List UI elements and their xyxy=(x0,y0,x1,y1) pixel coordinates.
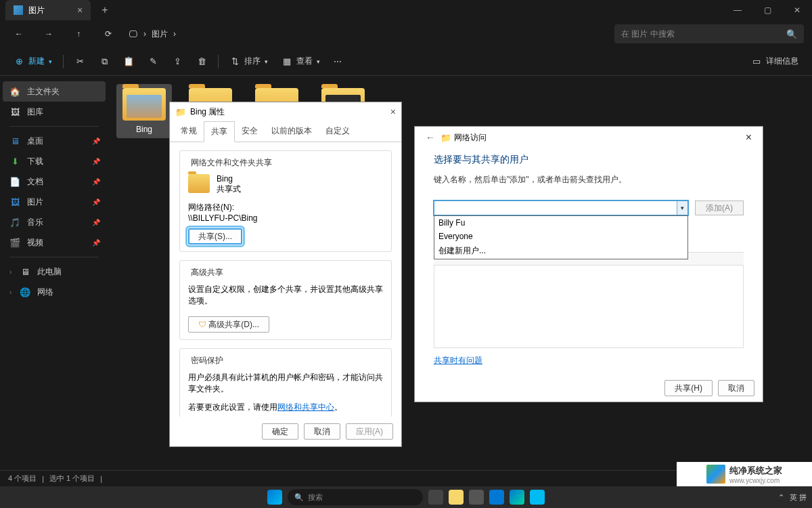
monitor-icon: 🖵 xyxy=(127,28,138,39)
sidebar-item-documents[interactable]: 📄文档📌 xyxy=(3,171,106,192)
network-center-link[interactable]: 网络和共享中心 xyxy=(277,402,334,412)
system-tray[interactable]: ⌃ 英 拼 xyxy=(778,492,807,503)
share-heading: 选择要与其共享的用户 xyxy=(434,154,744,166)
close-tab-icon[interactable]: × xyxy=(77,5,83,16)
sidebar-item-music[interactable]: 🎵音乐📌 xyxy=(3,212,106,232)
back-button[interactable]: ← xyxy=(420,132,441,143)
chevron-down-icon: ▾ xyxy=(265,58,268,65)
chevron-up-icon[interactable]: ⌃ xyxy=(778,493,784,502)
share-list xyxy=(434,266,744,348)
cancel-button[interactable]: 取消 xyxy=(304,423,340,440)
minimize-button[interactable]: — xyxy=(723,0,752,20)
maximize-button[interactable]: ▢ xyxy=(752,0,782,20)
up-button[interactable]: ↑ xyxy=(68,23,89,45)
sidebar-item-desktop[interactable]: 🖥桌面📌 xyxy=(3,131,106,151)
sidebar: 🏠主文件夹 🖼图库 🖥桌面📌 ⬇下载📌 📄文档📌 🖼图片📌 🎵音乐📌 🎬视频📌 … xyxy=(0,76,108,470)
delete-button[interactable]: 🗑 xyxy=(191,51,212,72)
sidebar-item-downloads[interactable]: ⬇下载📌 xyxy=(3,151,106,171)
details-button[interactable]: ▭ 详细信息 xyxy=(746,51,804,72)
section-text: 若要更改此设置，请使用网络和共享中心。 xyxy=(188,402,383,413)
back-button[interactable]: ← xyxy=(8,23,30,45)
cut-button[interactable]: ✂ xyxy=(69,51,91,72)
tab-custom[interactable]: 自定义 xyxy=(319,121,357,142)
rename-button[interactable]: ✎ xyxy=(142,51,164,72)
dropdown-option[interactable]: 创建新用户... xyxy=(434,243,687,259)
tab-security[interactable]: 安全 xyxy=(235,121,265,142)
network-icon: 🌐 xyxy=(20,287,30,297)
share-button[interactable]: ⇪ xyxy=(166,51,188,72)
advanced-share-button[interactable]: 🛡 高级共享(D)... xyxy=(188,316,269,333)
search-icon: 🔍 xyxy=(294,493,304,502)
chevron-right-icon: › xyxy=(143,29,146,39)
share-button[interactable]: 共享(S)... xyxy=(188,228,242,245)
home-icon: 🏠 xyxy=(9,86,20,97)
sidebar-item-videos[interactable]: 🎬视频📌 xyxy=(3,232,106,253)
breadcrumb-item[interactable]: 图片 xyxy=(152,28,168,40)
pin-icon: 📌 xyxy=(92,158,100,165)
sort-icon: ⇅ xyxy=(229,56,240,67)
paste-button[interactable]: 📋 xyxy=(118,51,139,72)
close-icon[interactable]: × xyxy=(740,131,757,144)
pictures-icon xyxy=(14,5,23,15)
plus-icon: ⊕ xyxy=(14,56,24,67)
app-icon[interactable] xyxy=(469,490,484,505)
new-tab-button[interactable]: + xyxy=(96,4,113,16)
folder-bing[interactable]: Bing xyxy=(116,84,172,138)
search-icon: 🔍 xyxy=(786,28,797,39)
pin-icon: 📌 xyxy=(92,178,100,186)
edge-icon[interactable] xyxy=(510,490,524,505)
dropdown-button[interactable]: ▾ xyxy=(677,201,687,215)
tab-previous[interactable]: 以前的版本 xyxy=(265,121,319,142)
tab-share[interactable]: 共享 xyxy=(204,121,235,142)
more-button[interactable]: ⋯ xyxy=(328,51,347,72)
view-button[interactable]: ▦ 查看 ▾ xyxy=(276,51,325,72)
search-placeholder: 在 图片 中搜索 xyxy=(621,28,675,40)
share-icon: ⇪ xyxy=(172,56,183,67)
dropdown-option[interactable]: Billy Fu xyxy=(434,216,687,230)
tab-general[interactable]: 常规 xyxy=(174,121,204,142)
taskbar-search[interactable]: 🔍搜索 xyxy=(288,489,423,505)
tab-title: 图片 xyxy=(28,5,45,16)
folder-name: Bing xyxy=(217,174,241,184)
new-button[interactable]: ⊕ 新建 ▾ xyxy=(8,51,58,72)
task-view-icon[interactable] xyxy=(428,490,443,505)
copy-button[interactable]: ⧉ xyxy=(93,51,115,72)
cancel-button[interactable]: 取消 xyxy=(718,380,754,396)
apply-button[interactable]: 应用(A) xyxy=(346,423,393,440)
close-button[interactable]: ✕ xyxy=(782,0,812,20)
sidebar-item-thispc[interactable]: ›🖥此电脑 xyxy=(3,261,106,282)
add-button[interactable]: 添加(A) xyxy=(695,200,744,215)
app-icon[interactable] xyxy=(530,490,545,505)
explorer-icon[interactable] xyxy=(449,490,464,505)
ime-indicator[interactable]: 英 拼 xyxy=(790,492,807,503)
chevron-right-icon: › xyxy=(173,29,176,39)
folder-icon: 📁 xyxy=(175,106,186,117)
app-icon[interactable] xyxy=(489,490,504,505)
share-instruction: 键入名称，然后单击"添加"，或者单击箭头查找用户。 xyxy=(434,174,744,186)
breadcrumb[interactable]: 🖵 › 图片 › xyxy=(127,28,176,40)
status-selected: 选中 1 个项目 xyxy=(49,473,95,484)
dialog-title: Bing 属性 xyxy=(190,106,225,118)
sidebar-item-home[interactable]: 🏠主文件夹 xyxy=(3,81,106,102)
close-icon[interactable]: × xyxy=(390,106,396,117)
status-count: 4 个项目 xyxy=(8,473,37,484)
forward-button[interactable]: → xyxy=(38,23,60,45)
ok-button[interactable]: 确定 xyxy=(262,423,298,440)
folder-label: Bing xyxy=(136,125,152,134)
dropdown-option[interactable]: Everyone xyxy=(434,230,687,243)
window-tab[interactable]: 图片 × xyxy=(5,0,91,20)
share-confirm-button[interactable]: 共享(H) xyxy=(664,380,713,396)
cut-icon: ✂ xyxy=(74,56,85,67)
share-folder-icon: 📁 xyxy=(441,132,451,143)
sidebar-item-gallery[interactable]: 🖼图库 xyxy=(3,102,106,122)
user-combo-input[interactable] xyxy=(434,200,688,215)
sidebar-item-network[interactable]: ›🌐网络 xyxy=(3,282,106,302)
search-input[interactable]: 在 图片 中搜索 🔍 xyxy=(614,24,804,43)
sort-button[interactable]: ⇅ 排序 ▾ xyxy=(224,51,273,72)
section-text: 用户必须具有此计算机的用户帐户和密码，才能访问共享文件夹。 xyxy=(188,372,383,395)
start-button[interactable] xyxy=(267,490,282,505)
more-icon: ⋯ xyxy=(334,57,342,66)
sidebar-item-pictures[interactable]: 🖼图片📌 xyxy=(3,192,106,212)
refresh-button[interactable]: ⟳ xyxy=(97,23,119,45)
trouble-link[interactable]: 共享时有问题 xyxy=(434,355,744,366)
